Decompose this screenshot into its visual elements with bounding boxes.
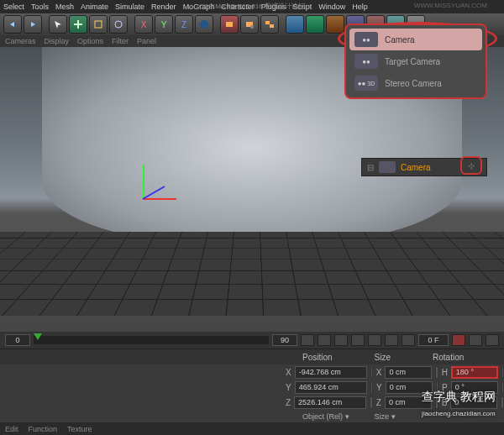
timeline-track[interactable] [34, 336, 269, 344]
prev-key-button[interactable] [318, 334, 331, 346]
menu-animate[interactable]: Animate [81, 3, 108, 11]
size-x-field[interactable] [385, 366, 432, 379]
vp-options[interactable]: Options [77, 37, 103, 45]
watermark: 查字典 教程网 jiaocheng.chazidian.com [422, 390, 496, 418]
goto-start-button[interactable] [301, 334, 314, 346]
rotate-tool[interactable] [109, 15, 128, 34]
move-tool[interactable] [69, 15, 87, 34]
camera-object-icon [379, 161, 396, 173]
dropdown-label: Camera [385, 35, 415, 45]
label-x: X [286, 368, 291, 377]
svg-rect-3 [226, 22, 233, 27]
current-frame-field[interactable] [418, 334, 449, 346]
next-frame-button[interactable] [368, 334, 381, 346]
camera-icon [354, 32, 378, 47]
goto-end-button[interactable] [402, 334, 415, 346]
tab-edit[interactable]: Edit [5, 425, 18, 433]
dropdown-item-target-camera[interactable]: Target Camera [349, 50, 482, 72]
size-mode-dropdown[interactable]: Size ▾ [375, 412, 396, 421]
rot-h-field[interactable] [451, 366, 498, 379]
label-sz: Z [376, 398, 381, 407]
axis-z-toggle[interactable]: Z [175, 15, 193, 34]
redo-button[interactable] [24, 15, 42, 34]
target-camera-icon [354, 54, 378, 69]
render-settings-button[interactable] [240, 15, 259, 34]
label-sy: Y [376, 383, 382, 392]
crosshair-icon: ⊹ [468, 161, 475, 170]
timeline [0, 332, 504, 349]
spinner[interactable] [370, 381, 373, 394]
spinner[interactable] [435, 366, 438, 379]
prev-frame-button[interactable] [334, 334, 348, 346]
coord-mode-dropdown[interactable]: Object (Rel) ▾ [302, 412, 349, 421]
coord-system-button[interactable] [195, 15, 213, 34]
menu-mesh[interactable]: Mesh [55, 3, 74, 11]
menu-simulate[interactable]: Simulate [115, 3, 144, 11]
object-label: Camera [401, 163, 431, 172]
timeline-end-field[interactable] [272, 334, 297, 346]
vp-cameras[interactable]: Cameras [5, 37, 36, 45]
svg-rect-6 [265, 21, 270, 24]
render-queue-button[interactable] [260, 15, 279, 34]
dropdown-item-stereo-camera[interactable]: Stereo Camera [349, 72, 482, 94]
next-key-button[interactable] [385, 334, 398, 346]
primitive-button[interactable] [286, 15, 304, 34]
menu-window[interactable]: Window [318, 3, 345, 11]
menu-select[interactable]: Select [3, 3, 24, 11]
spinner[interactable] [370, 366, 373, 379]
vp-display[interactable]: Display [45, 37, 70, 45]
label-y: Y [286, 383, 291, 392]
spinner[interactable] [501, 396, 504, 409]
pos-y-field[interactable] [295, 381, 367, 394]
dropdown-item-camera[interactable]: Camera [349, 29, 482, 50]
svg-point-5 [250, 25, 254, 29]
svg-rect-7 [270, 24, 274, 28]
svg-point-2 [200, 20, 208, 29]
select-tool[interactable] [49, 15, 67, 34]
app-title: CINEMA 4D R13.016 思维设计论坛 [199, 2, 305, 11]
timeline-start-field[interactable] [5, 334, 30, 346]
col-rotation: Rotation [433, 353, 464, 362]
scale-tool[interactable] [89, 15, 108, 34]
pos-z-field[interactable] [294, 396, 366, 409]
axis-x-icon [143, 198, 176, 200]
playhead-icon[interactable] [34, 333, 42, 340]
stereo-camera-icon [354, 76, 378, 91]
keyframe-options-button[interactable] [486, 334, 499, 346]
pos-x-field[interactable] [295, 366, 367, 379]
undo-button[interactable] [3, 15, 22, 34]
render-view-button[interactable] [220, 15, 239, 34]
autokey-button[interactable] [469, 334, 482, 346]
spinner[interactable] [370, 396, 373, 409]
vp-filter[interactable]: Filter [112, 37, 129, 45]
object-tag-button[interactable]: ⊹ [460, 156, 482, 175]
axis-x-toggle[interactable]: X [134, 15, 153, 34]
camera-dropdown: Camera Target Camera Stereo Camera [344, 24, 487, 99]
floor-grid [0, 232, 504, 316]
axis-y-icon [143, 165, 144, 198]
label-h: H [442, 368, 448, 377]
vp-panel[interactable]: Panel [137, 37, 156, 45]
dropdown-label: Target Camera [385, 57, 440, 66]
label-z: Z [286, 398, 291, 407]
watermark-url: WWW.MISSYUAN.COM [414, 2, 487, 9]
dropdown-label: Stereo Camera [385, 79, 442, 88]
tab-function[interactable]: Function [29, 425, 58, 433]
coord-row-x: X X H [0, 364, 504, 380]
nurbs-button[interactable] [326, 15, 344, 34]
svg-rect-0 [95, 21, 102, 28]
record-button[interactable] [452, 334, 465, 346]
play-button[interactable] [351, 334, 365, 346]
tab-texture[interactable]: Texture [67, 425, 92, 433]
spline-button[interactable] [306, 15, 324, 34]
menu-tools[interactable]: Tools [31, 3, 49, 11]
menu-render[interactable]: Render [151, 3, 176, 11]
col-size: Size [375, 353, 391, 362]
axis-y-toggle[interactable]: Y [155, 15, 173, 34]
label-sx: X [376, 368, 382, 377]
bottom-tabs: Edit Function Texture [0, 422, 504, 435]
col-position: Position [302, 353, 333, 362]
menu-help[interactable]: Help [352, 3, 368, 11]
svg-point-1 [115, 21, 122, 28]
